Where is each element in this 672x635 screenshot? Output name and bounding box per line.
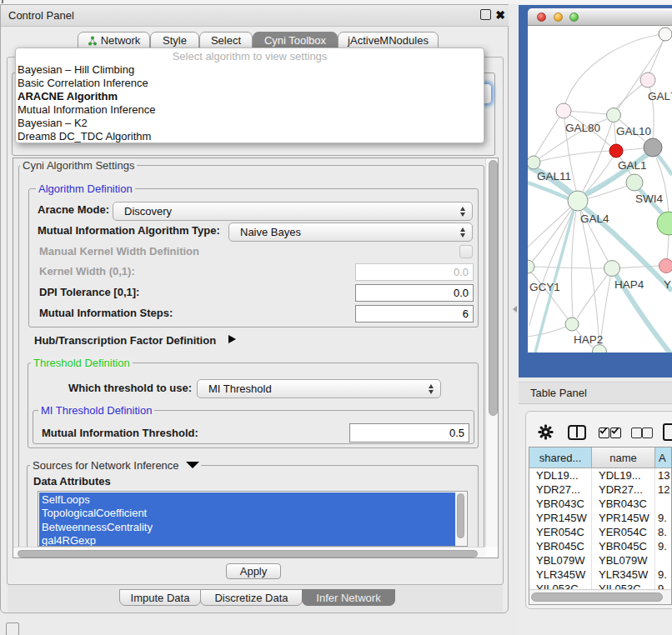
manual-kernel-checkbox[interactable]	[459, 245, 473, 258]
settings-horizontal-scrollbar[interactable]	[13, 547, 485, 558]
kernel-width-label: Kernel Width (0,1):	[39, 265, 135, 278]
close-traffic-light-icon[interactable]	[537, 12, 546, 22]
hub-expand-arrow-icon[interactable]	[228, 335, 236, 343]
float-icon[interactable]	[480, 9, 491, 20]
tab-select[interactable]: Select	[199, 32, 253, 49]
network-node-swi4[interactable]	[626, 174, 643, 191]
tab-jactivemnodules[interactable]: jActiveMNodules	[338, 32, 439, 49]
unchecked-box-icon[interactable]	[642, 428, 653, 438]
node-attribute-table[interactable]: shared...nameA YDL19...YDL19...13YDR27..…	[529, 447, 672, 605]
table-cell[interactable]: YBR043C	[529, 497, 592, 511]
network-node-top-partial[interactable]	[659, 28, 672, 41]
table-cell[interactable]: 9.	[655, 511, 672, 525]
settings-hscrollbar-thumb[interactable]	[18, 550, 478, 558]
table-cell[interactable]: 9.	[655, 539, 672, 553]
table-cell[interactable]: YER054C	[592, 525, 655, 539]
table-cell[interactable]: YDL19...	[592, 468, 655, 482]
network-node-gal10[interactable]	[607, 108, 621, 122]
table-cell[interactable]: YDR27...	[592, 482, 655, 497]
close-icon[interactable]: ✖	[494, 7, 507, 23]
mi-threshold-field[interactable]: 0.5	[349, 423, 469, 442]
tab-impute-data[interactable]: Impute Data	[119, 589, 201, 606]
network-node-gal11[interactable]	[528, 156, 540, 169]
network-edge	[577, 268, 612, 318]
network-edge	[535, 111, 564, 156]
network-node-gal1-red[interactable]	[609, 144, 623, 158]
algorithm-option[interactable]: Mutual Information Inference	[18, 103, 155, 117]
network-node-label: GAL7	[648, 90, 672, 102]
mi-type-label: Mutual Information Algorithm Type:	[38, 224, 220, 237]
network-node-gcy1[interactable]	[528, 260, 534, 273]
network-node-gray-node[interactable]	[644, 138, 662, 157]
kernel-width-field[interactable]: 0.0	[355, 263, 474, 281]
column-header[interactable]: name	[592, 448, 655, 468]
attribute-item[interactable]: SelfLoops	[39, 492, 456, 507]
algorithm-option[interactable]: Basic Correlation Inference	[18, 77, 148, 90]
network-node-gal80[interactable]	[556, 103, 571, 118]
sources-collapse-arrow-icon[interactable]	[186, 462, 199, 468]
dpi-tolerance-field[interactable]: 0.0	[355, 284, 474, 302]
attribute-item[interactable]: gal4RGexp	[39, 533, 456, 547]
column-header[interactable]: shared...	[529, 448, 592, 468]
network-canvas[interactable]: GAL7GAL80GAL10GAL1GAL11SWI4GAL4GCY1HAP4Y…	[528, 26, 672, 352]
table-cell[interactable]: 8.	[655, 525, 672, 539]
mi-type-combobox[interactable]: Naive Bayes	[228, 222, 473, 242]
table-cell[interactable]: YPR145W	[592, 511, 655, 525]
network-node-big-green[interactable]	[657, 212, 672, 235]
table-cell[interactable]: YDL19...	[529, 468, 592, 482]
algorithm-option[interactable]: ARACNE Algorithm	[18, 90, 118, 103]
settings-vertical-scrollbar[interactable]	[485, 158, 499, 547]
columns-icon[interactable]	[568, 425, 586, 440]
settings-vscrollbar-thumb[interactable]	[489, 160, 498, 416]
panel-divider-grip[interactable]	[513, 306, 517, 312]
table-horizontal-scrollbar[interactable]	[529, 589, 671, 604]
tab-discretize-data[interactable]: Discretize Data	[200, 589, 303, 606]
table-cell[interactable]: YDR27...	[529, 482, 592, 497]
table-hscrollbar-thumb[interactable]	[531, 592, 663, 602]
checked-box-icon[interactable]	[599, 428, 609, 438]
table-cell[interactable]: 9.	[655, 568, 672, 582]
table-cell[interactable]: YBR045C	[529, 539, 592, 553]
aracne-mode-combobox[interactable]: Discovery	[113, 202, 473, 221]
network-node-gal4[interactable]	[568, 191, 588, 211]
network-node-pink-right[interactable]	[659, 259, 672, 273]
table-cell[interactable]: YBR045C	[592, 539, 655, 553]
cytopanel-mini-icon[interactable]	[6, 622, 19, 635]
table-cell[interactable]: YBL079W	[592, 553, 655, 568]
which-threshold-combobox[interactable]: MI Threshold	[197, 379, 441, 398]
column-header[interactable]: A	[655, 448, 672, 468]
table-cell[interactable]: YLR345W	[592, 568, 655, 582]
list-scrollbar-thumb[interactable]	[457, 493, 464, 538]
data-attributes-list[interactable]: SelfLoopsTopologicalCoefficientBetweenne…	[38, 491, 468, 547]
tab-infer-network[interactable]: Infer Network	[302, 589, 395, 606]
table-cell[interactable]: YER054C	[529, 525, 592, 539]
table-cell[interactable]: YBL079W	[529, 553, 592, 568]
algorithm-option[interactable]: Bayesian – K2	[18, 117, 88, 130]
minimize-traffic-light-icon[interactable]	[554, 12, 563, 22]
checked-box-icon[interactable]	[610, 428, 621, 438]
attribute-item[interactable]: TopologicalCoefficient	[39, 506, 456, 520]
table-cell[interactable]: 13	[655, 468, 672, 482]
network-node-hap2[interactable]	[565, 318, 579, 331]
apply-button[interactable]: Apply	[226, 563, 281, 579]
unchecked-box-icon[interactable]	[631, 428, 642, 438]
attribute-item[interactable]: BetweennessCentrality	[39, 520, 456, 534]
table-cell[interactable]: YLR345W	[529, 568, 592, 582]
network-node-hap4[interactable]	[604, 261, 620, 277]
gear-icon[interactable]	[538, 424, 554, 440]
algorithm-option[interactable]: Bayesian – Hill Climbing	[18, 63, 134, 77]
zoom-traffic-light-icon[interactable]	[569, 12, 579, 22]
table-cell[interactable]: YBR043C	[592, 497, 655, 511]
table-cell[interactable]	[655, 497, 672, 511]
algorithm-option[interactable]: Dream8 DC_TDC Algorithm	[18, 130, 151, 143]
network-node-gal7[interactable]	[640, 72, 655, 88]
table-cell[interactable]	[655, 553, 672, 568]
tab-cyni-toolbox[interactable]: Cyni Toolbox	[253, 32, 338, 49]
tab-network[interactable]: Network	[78, 32, 150, 49]
list-vertical-scrollbar[interactable]	[455, 492, 466, 547]
tab-style[interactable]: Style	[150, 32, 199, 49]
table-cell[interactable]: 12	[655, 482, 672, 497]
table-cell[interactable]: YPR145W	[529, 511, 592, 525]
mi-steps-field[interactable]: 6	[355, 305, 474, 322]
document-icon[interactable]	[663, 423, 672, 441]
